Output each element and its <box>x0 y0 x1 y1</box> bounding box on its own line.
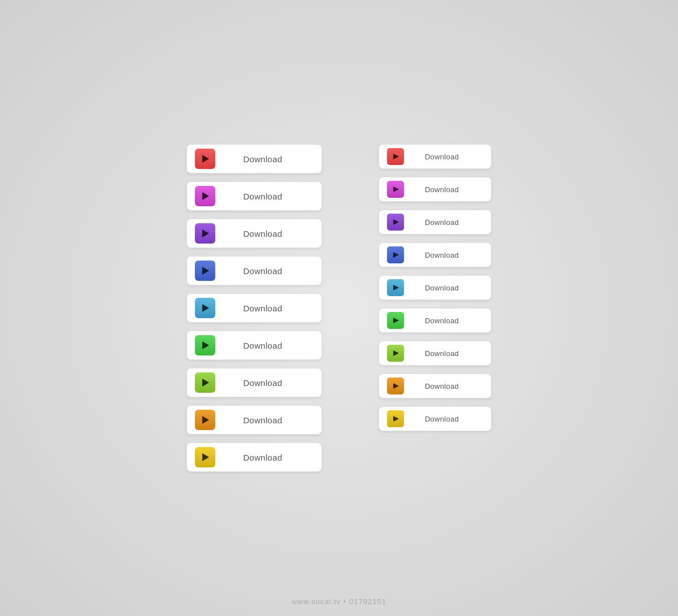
play-arrow-icon <box>393 416 399 422</box>
play-icon-box-lime-sm <box>387 345 404 362</box>
button-label: Download <box>215 415 316 425</box>
button-label: Download <box>215 303 316 313</box>
play-arrow-icon <box>202 416 209 424</box>
download-button-lime-small[interactable]: Download <box>379 341 492 366</box>
play-icon-box-pink <box>195 186 215 206</box>
play-icon-box-orange <box>195 410 215 430</box>
play-arrow-icon <box>202 304 209 312</box>
button-label: Download <box>404 415 485 423</box>
download-button-purple-large[interactable]: Download <box>186 219 322 248</box>
play-arrow-icon <box>202 341 209 349</box>
button-label: Download <box>404 218 485 227</box>
right-column: Download Download Download Download Down <box>379 144 492 431</box>
button-label: Download <box>404 251 485 259</box>
download-button-red-small[interactable]: Download <box>379 144 492 169</box>
button-label: Download <box>215 192 316 201</box>
play-icon-box-sky <box>195 298 215 318</box>
button-label: Download <box>404 316 485 325</box>
download-button-yellow-small[interactable]: Download <box>379 406 492 431</box>
download-button-green-large[interactable]: Download <box>186 331 322 360</box>
download-button-sky-large[interactable]: Download <box>186 293 322 323</box>
play-icon-box-sky-sm <box>387 279 404 296</box>
download-button-orange-large[interactable]: Download <box>186 405 322 435</box>
play-arrow-icon <box>393 252 399 258</box>
download-button-pink-small[interactable]: Download <box>379 177 492 202</box>
download-button-red-large[interactable]: Download <box>186 144 322 173</box>
download-button-purple-small[interactable]: Download <box>379 210 492 235</box>
play-icon-box-purple <box>195 223 215 244</box>
play-arrow-icon <box>202 192 209 200</box>
button-showcase: Download Download Download Download Down <box>186 144 492 472</box>
play-icon-box-green-sm <box>387 312 404 329</box>
play-icon-box-yellow-sm <box>387 410 404 427</box>
download-button-blue-large[interactable]: Download <box>186 256 322 285</box>
button-label: Download <box>215 341 316 350</box>
play-arrow-icon <box>202 379 209 387</box>
button-label: Download <box>404 284 485 292</box>
play-icon-box-green <box>195 335 215 355</box>
play-arrow-icon <box>393 383 399 389</box>
play-arrow-icon <box>202 229 209 237</box>
download-button-lime-large[interactable]: Download <box>186 368 322 397</box>
download-button-yellow-large[interactable]: Download <box>186 443 322 472</box>
play-arrow-icon <box>202 155 209 163</box>
play-arrow-icon <box>393 154 399 159</box>
button-label: Download <box>404 185 485 194</box>
button-label: Download <box>215 154 316 164</box>
download-button-green-small[interactable]: Download <box>379 308 492 333</box>
button-label: Download <box>215 453 316 462</box>
play-icon-box-yellow <box>195 447 215 467</box>
play-icon-box-red-sm <box>387 148 404 165</box>
play-icon-box-blue-sm <box>387 246 404 263</box>
play-arrow-icon <box>393 318 399 323</box>
play-icon-box-orange-sm <box>387 378 404 394</box>
play-icon-box-lime <box>195 372 215 393</box>
play-arrow-icon <box>393 350 399 356</box>
play-arrow-icon <box>393 219 399 225</box>
button-label: Download <box>404 153 485 161</box>
play-arrow-icon <box>393 186 399 192</box>
button-label: Download <box>404 382 485 391</box>
button-label: Download <box>215 266 316 276</box>
left-column: Download Download Download Download Down <box>186 144 322 472</box>
download-button-sky-small[interactable]: Download <box>379 275 492 300</box>
play-icon-box-purple-sm <box>387 214 404 231</box>
play-icon-box-red <box>195 149 215 169</box>
button-label: Download <box>215 378 316 388</box>
button-label: Download <box>215 229 316 238</box>
play-icon-box-blue <box>195 261 215 281</box>
download-button-pink-large[interactable]: Download <box>186 181 322 211</box>
download-button-blue-small[interactable]: Download <box>379 242 492 267</box>
watermark: www.sucai.tv • 01792151 <box>292 597 386 606</box>
play-arrow-icon <box>393 285 399 290</box>
play-arrow-icon <box>202 267 209 275</box>
play-icon-box-pink-sm <box>387 181 404 198</box>
button-label: Download <box>404 349 485 358</box>
play-arrow-icon <box>202 453 209 461</box>
download-button-orange-small[interactable]: Download <box>379 374 492 398</box>
